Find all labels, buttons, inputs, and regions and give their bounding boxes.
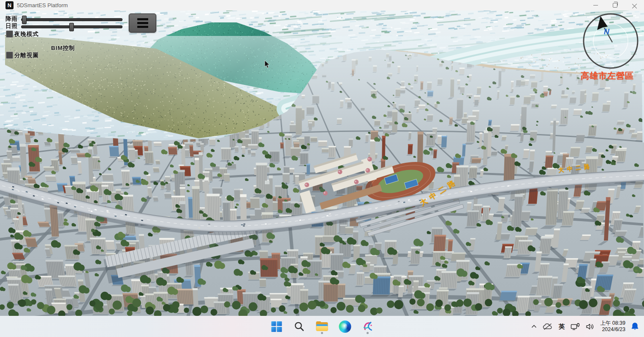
ime-label: 英 <box>559 323 565 331</box>
ethernet-network-icon <box>571 323 580 330</box>
file-explorer-icon <box>316 321 329 332</box>
compass[interactable]: N <box>582 12 640 70</box>
split-view-label: 分離視圖 <box>14 52 39 59</box>
network-button[interactable] <box>568 318 583 335</box>
tray-overflow-button[interactable] <box>528 318 540 335</box>
clock-time: 上午 08:39 <box>600 320 625 326</box>
running-indicator <box>367 332 369 334</box>
sun-slider-label: 日照 <box>5 22 18 30</box>
window-title: 5DSmartES Platform <box>17 2 68 8</box>
restore-icon <box>613 3 617 8</box>
app-window: N 5DSmartES Platform 降雨 日照 夜晚模式 BIM控制 分離… <box>0 0 644 337</box>
mouse-cursor-icon <box>264 60 270 69</box>
district-label: 高雄市左營區 <box>581 70 643 82</box>
title-bar[interactable]: N 5DSmartES Platform <box>0 0 644 11</box>
close-icon <box>632 3 637 8</box>
notification-bell-icon <box>631 322 639 331</box>
compass-outer-ring <box>584 14 638 68</box>
night-mode-label: 夜晚模式 <box>14 30 39 38</box>
notification-center-button[interactable] <box>628 318 642 335</box>
close-button[interactable] <box>625 0 644 11</box>
app-logo-icon: N <box>5 1 14 9</box>
map-3d-view[interactable] <box>0 11 644 316</box>
file-explorer-button[interactable] <box>314 318 330 335</box>
restore-button[interactable] <box>605 0 625 11</box>
edge-browser-icon <box>339 321 351 333</box>
map-viewport: 降雨 日照 夜晚模式 BIM控制 分離視圖 N 高雄市左營區 大中二路 大中二路 <box>0 11 644 316</box>
split-view-checkbox[interactable] <box>6 52 13 59</box>
chevron-up-icon <box>531 325 537 328</box>
sun-slider[interactable] <box>21 25 122 28</box>
minimize-icon <box>593 5 598 5</box>
windows-logo-icon <box>271 321 282 332</box>
clock-date: 2024/6/23 <box>602 326 625 333</box>
rain-slider-label: 降雨 <box>5 15 18 23</box>
system-tray: 英 上午 08:39 <box>528 316 642 337</box>
speaker-icon <box>586 323 595 330</box>
smartes-app-button[interactable] <box>360 318 375 335</box>
taskbar-clock[interactable]: 上午 08:39 2024/6/23 <box>598 320 628 333</box>
smartes-app-icon <box>361 320 374 333</box>
running-indicator <box>321 332 323 334</box>
bim-control-label: BIM控制 <box>51 44 75 52</box>
window-controls <box>586 0 644 11</box>
taskbar: 英 上午 08:39 <box>0 316 644 337</box>
minimize-button[interactable] <box>586 0 605 11</box>
onedrive-status-button[interactable] <box>540 318 556 335</box>
onedrive-paused-icon <box>543 323 553 330</box>
ime-language-button[interactable]: 英 <box>556 318 568 335</box>
edge-browser-button[interactable] <box>337 318 353 335</box>
sun-slider-thumb[interactable] <box>69 23 74 31</box>
night-mode-checkbox[interactable] <box>6 30 13 38</box>
rain-slider[interactable] <box>21 18 122 21</box>
search-button[interactable] <box>291 318 307 335</box>
search-icon <box>294 321 305 332</box>
start-button[interactable] <box>269 318 284 335</box>
compass-north-label: N <box>604 27 610 36</box>
hamburger-icon <box>137 18 148 20</box>
taskbar-center-icons <box>269 316 375 337</box>
hamburger-menu-button[interactable] <box>129 14 156 33</box>
volume-button[interactable] <box>583 318 598 335</box>
rain-slider-thumb[interactable] <box>22 16 27 24</box>
